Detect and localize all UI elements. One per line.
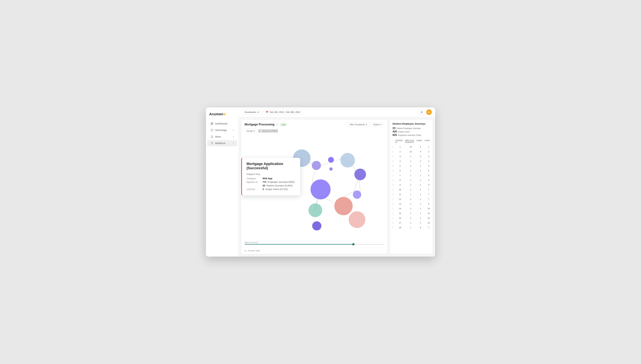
tooltip-category-key: Category: (246, 177, 261, 180)
cell-id: 14 (395, 208, 405, 210)
sidebar-item-workforce[interactable]: Workforce ▾ (207, 140, 237, 146)
tooltip-appears-key: Appears in: (246, 181, 261, 183)
cell-steps: 4 (425, 160, 432, 162)
row-radio[interactable] (392, 198, 394, 200)
node-4[interactable] (340, 153, 355, 168)
live-badge: Live (280, 123, 287, 126)
node-2[interactable] (312, 161, 321, 170)
cell-users: 2 (416, 146, 425, 148)
row-radio[interactable] (392, 146, 394, 148)
info-icon[interactable]: ⓘ (276, 123, 278, 126)
svg-rect-0 (211, 123, 212, 124)
row-radio[interactable] (392, 189, 394, 191)
row-radio[interactable] (392, 151, 394, 153)
table-row[interactable]: 15 1 1 14 (390, 211, 432, 216)
node-5[interactable] (354, 168, 366, 180)
node-9[interactable] (312, 221, 321, 230)
node-10[interactable] (353, 190, 361, 199)
row-radio[interactable] (392, 160, 394, 162)
actions-button[interactable]: Actions ▾ (371, 122, 384, 127)
sidebar-item-alerts[interactable]: Alerts ▾ (207, 134, 237, 140)
row-radio[interactable] (392, 174, 394, 176)
cell-journeys: 1 (405, 198, 416, 200)
row-radio[interactable] (392, 227, 394, 228)
table-row[interactable]: 3 1 2 3 (390, 154, 432, 159)
table-row[interactable]: 4 1 2 4 (390, 159, 432, 164)
graph-area: Mortgage Application (Successful) Mapped… (241, 135, 387, 240)
node-7[interactable] (310, 180, 331, 199)
table-row[interactable]: 17 1 1 16 (390, 220, 432, 225)
advanced-filters-button[interactable]: ⊞ Advanced Filters (258, 129, 278, 132)
sidebar-label-alerts: Alerts (215, 136, 221, 138)
tooltip-appears-row1: Appears in: 773 Employee Journeys (56%) (246, 181, 296, 183)
row-radio[interactable] (392, 217, 394, 219)
sidebar-item-technology[interactable]: Technology ▾ (207, 127, 237, 133)
node-3[interactable] (328, 157, 334, 163)
table-row[interactable]: 18 1 6 7 (390, 225, 432, 230)
row-radio[interactable] (392, 208, 394, 210)
table-row[interactable]: 12 1 1 7 (390, 197, 432, 202)
svg-point-5 (211, 142, 212, 143)
table-row[interactable]: 1 15 2 1 (390, 145, 432, 150)
sidebar-label-dashboards: Dashboards (215, 122, 227, 125)
date-range-picker[interactable]: 📅 Feb 12th, 2024 - Feb 18th, 2024 (263, 110, 302, 115)
sidebar-label-workforce: Workforce (215, 142, 226, 144)
cell-id: 12 (395, 198, 405, 200)
topbar-left: Visualisation ▾ 📅 Feb 12th, 2024 - Feb 1… (242, 110, 302, 115)
table-row[interactable]: 11 1 1 7 (390, 192, 432, 197)
journey-panel: Distinct Employee Journeys 23Distinct Em… (390, 120, 432, 254)
cell-journeys: 1 (405, 222, 416, 224)
node-11[interactable] (334, 197, 353, 215)
slider-thumb[interactable] (352, 243, 355, 246)
row-radio[interactable] (392, 222, 394, 224)
cell-journeys: 15 (405, 146, 416, 148)
table-row[interactable]: 9 1 1 6 (390, 183, 432, 188)
cell-steps: 4 (425, 165, 432, 167)
tooltip-appears-val2: 20 (262, 184, 265, 187)
settings-button[interactable]: ⚙ (419, 110, 424, 115)
row-radio[interactable] (392, 184, 394, 186)
table-row[interactable]: 7 1 1 5 (390, 173, 432, 178)
table-row[interactable]: 13 1 1 9 (390, 202, 432, 206)
slider-track[interactable] (244, 244, 384, 245)
grid-icon (210, 122, 213, 125)
row-radio[interactable] (392, 194, 394, 196)
node-8[interactable] (308, 204, 322, 217)
table-row[interactable]: 6 1 1 4 (390, 168, 432, 173)
cell-id: 9 (395, 184, 405, 186)
table-row[interactable]: 8 1 1 6 (390, 178, 432, 183)
table-row[interactable]: 16 1 1 16 (390, 216, 432, 220)
cell-id: 10 (395, 188, 405, 191)
col-employee-journeys: Employee Journeys (405, 140, 416, 143)
row-radio[interactable] (392, 156, 394, 158)
cell-id: 2 (395, 150, 405, 153)
row-radio[interactable] (392, 170, 394, 172)
cell-users: 1 (416, 217, 425, 219)
visualization-dropdown[interactable]: Visualisation ▾ (242, 110, 261, 115)
cell-steps: 7 (425, 193, 432, 196)
row-radio[interactable] (392, 165, 394, 167)
row-radio[interactable] (392, 203, 394, 205)
chevron-down-icon-3: ▾ (233, 142, 234, 144)
group-dropdown[interactable]: Group ▾ (244, 128, 257, 133)
bell-icon (210, 135, 213, 138)
table-row[interactable]: 14 1 1 14 (390, 206, 432, 211)
row-radio[interactable] (392, 179, 394, 181)
node-6[interactable] (329, 167, 333, 170)
node-12[interactable] (349, 211, 365, 228)
table-row[interactable]: 5 1 1 4 (390, 164, 432, 168)
table-row[interactable]: 2 14 4 2 (390, 150, 432, 154)
monitor-icon (210, 129, 213, 132)
cell-users: 4 (416, 150, 425, 153)
user-avatar[interactable]: A (426, 110, 432, 115)
topbar: Visualisation ▾ 📅 Feb 12th, 2024 - Feb 1… (239, 108, 435, 117)
cell-steps: 14 (425, 212, 432, 214)
row-radio[interactable] (392, 212, 394, 214)
chevron-down-icon: ▾ (233, 129, 234, 131)
tooltip-appears-detail2: Distinct Journeys (8.33%) (266, 184, 293, 187)
sidebar-item-dashboards[interactable]: Dashboards (207, 120, 237, 127)
cell-users: 1 (416, 184, 425, 186)
filter-touchpoints-button[interactable]: Filter Touchpoints ▾ (347, 122, 370, 127)
table-row[interactable]: 10 1 1 7 (390, 188, 432, 192)
help-section[interactable]: ⊙ Acumen Help (241, 247, 387, 254)
